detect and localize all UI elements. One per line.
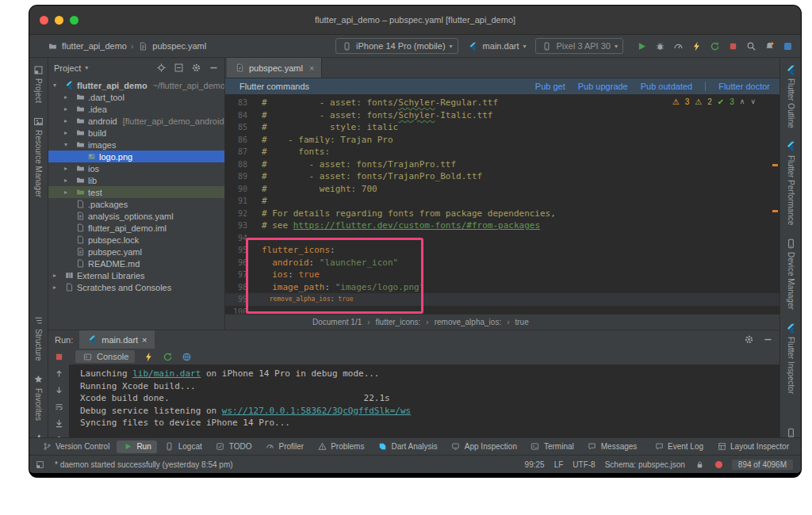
flutter-performance-stripe[interactable]: Flutter Performance xyxy=(785,141,796,225)
scrollbar-warning-mark[interactable] xyxy=(772,164,778,166)
tree-item[interactable]: .packages xyxy=(48,198,224,210)
hide-run-panel-button[interactable] xyxy=(762,334,773,345)
chevron-down-icon[interactable]: ▾ xyxy=(64,141,72,148)
next-problem-button[interactable]: ∨ xyxy=(750,96,756,109)
tree-item[interactable]: ▸lib xyxy=(48,174,224,186)
run-button[interactable] xyxy=(636,40,647,52)
version-control-tab[interactable]: Version Control xyxy=(36,441,115,453)
previous-problem-button[interactable]: ∧ xyxy=(740,96,745,109)
breadcrumb-project[interactable]: flutter_api_demo xyxy=(62,41,127,51)
tree-item[interactable]: ▸.dart_tool xyxy=(48,91,224,103)
flutter-inspector-stripe[interactable]: Flutter Inspector xyxy=(785,322,796,394)
code-line[interactable]: 93# see https://flutter.dev/custom-fonts… xyxy=(225,219,779,232)
code-line[interactable]: 90# weight: 700 xyxy=(225,183,779,196)
code-line[interactable]: 84# - asset: fonts/Schyler-Italic.ttf xyxy=(225,109,779,122)
stop-button[interactable] xyxy=(53,351,64,362)
flutter-hot-restart-button[interactable] xyxy=(162,351,173,362)
search-everywhere-button[interactable] xyxy=(745,40,756,52)
code-line[interactable]: 87# fonts: xyxy=(225,146,779,158)
banner-link-flutter-doctor[interactable]: Flutter doctor xyxy=(718,82,770,91)
problems-tab[interactable]: Problems xyxy=(311,441,370,453)
caret-position[interactable]: 99:25 xyxy=(525,460,545,469)
hide-panel-button[interactable] xyxy=(208,63,219,74)
console-tab[interactable]: Console xyxy=(75,350,135,363)
tab-pubspec-yaml[interactable]: pubspec.yaml × xyxy=(227,58,322,78)
device-manager-stripe[interactable]: Device Manager xyxy=(785,238,796,310)
scrollbar-warning-mark[interactable] xyxy=(772,210,778,212)
code-area[interactable]: 83# - asset: fonts/Schyler-Regular.ttf84… xyxy=(225,94,779,314)
tree-item[interactable]: flutter_api_demo.iml xyxy=(48,222,224,234)
chevron-right-icon[interactable]: ▸ xyxy=(53,284,61,291)
structure-stripe[interactable]: Structure xyxy=(33,315,44,361)
breadcrumb-file[interactable]: pubspec.yaml xyxy=(152,41,206,51)
close-tab-icon[interactable]: × xyxy=(142,335,147,345)
code-line[interactable]: 88# - asset: fonts/TrajanPro.ttf xyxy=(225,158,779,171)
tree-item[interactable]: logo.png xyxy=(48,151,224,162)
code-line[interactable]: 94 xyxy=(225,232,779,245)
android-device-selector[interactable]: Pixel 3 API 30 ▾ xyxy=(535,38,623,54)
console-link[interactable]: lib/main.dart xyxy=(132,368,201,379)
code-line[interactable]: 91# xyxy=(225,195,779,208)
favorites-stripe[interactable]: Favorites xyxy=(33,374,44,421)
todo-tab[interactable]: TODO xyxy=(209,441,258,453)
dart-analysis-tab[interactable]: Dart Analysis xyxy=(371,441,442,453)
tree-item[interactable]: ▸Scratches and Consoles xyxy=(48,281,224,293)
notifications-button[interactable] xyxy=(764,40,775,52)
chevron-right-icon[interactable]: ▸ xyxy=(64,177,72,184)
soft-wrap-button[interactable] xyxy=(53,401,64,412)
inspections-widget[interactable]: ⚠ 3 ⚠ 2 ✔ 3 ∧ ∨ xyxy=(672,96,756,109)
project-stripe[interactable]: Project xyxy=(33,64,44,103)
profiler-tab[interactable]: Profiler xyxy=(259,441,309,453)
tree-item[interactable]: ▾images xyxy=(48,139,224,151)
console-link[interactable]: ws://127.0.0.1:58362/3QcQgffdSlk=/ws xyxy=(222,406,411,416)
run-tab[interactable]: Run xyxy=(117,441,156,453)
breadcrumb-segment[interactable]: flutter_icons: xyxy=(376,318,421,326)
banner-link-pub-get[interactable]: Pub get xyxy=(535,82,565,91)
analysis-error-icon[interactable] xyxy=(715,461,722,468)
chevron-down-icon[interactable]: ▾ xyxy=(53,82,61,89)
line-ending-indicator[interactable]: LF xyxy=(554,460,564,469)
ide-features-button[interactable] xyxy=(782,40,793,52)
tree-item[interactable]: pubspec.yaml xyxy=(48,246,224,258)
terminal-tab[interactable]: Terminal xyxy=(524,441,580,453)
resource-manager-stripe[interactable]: Resource Manager xyxy=(33,116,44,197)
debug-button[interactable] xyxy=(654,40,665,52)
tree-item[interactable]: ▸ios xyxy=(48,162,224,174)
code-line[interactable]: 86# - family: Trajan Pro xyxy=(225,134,779,147)
down-stack-trace-button[interactable] xyxy=(53,384,64,395)
tree-item[interactable]: pubspec.lock xyxy=(48,234,224,246)
lock-icon[interactable] xyxy=(695,459,706,470)
breadcrumb-segment[interactable]: Document 1/1 xyxy=(312,318,362,326)
chevron-right-icon[interactable]: ▸ xyxy=(64,189,72,196)
code-line[interactable]: 97 ios: true xyxy=(225,269,779,281)
tool-window-switcher-icon[interactable] xyxy=(34,459,45,470)
tree-item[interactable]: ▸External Libraries xyxy=(48,269,224,281)
profile-button[interactable] xyxy=(672,40,684,52)
chevron-right-icon[interactable]: ▸ xyxy=(64,165,72,172)
console-output[interactable]: Launching lib/main.dart on iPhone 14 Pro… xyxy=(69,364,779,437)
logcat-tab[interactable]: Logcat xyxy=(159,441,208,453)
device-selector[interactable]: iPhone 14 Pro (mobile) ▾ xyxy=(335,38,458,54)
event-log-tab[interactable]: Event Log xyxy=(648,441,709,453)
title-bar[interactable]: flutter_api_demo – pubspec.yaml [flutter… xyxy=(29,6,801,35)
flutter-outline-stripe[interactable]: Flutter Outline xyxy=(785,64,796,128)
run-settings-button[interactable] xyxy=(743,334,754,345)
tree-item[interactable]: ▸android[flutter_api_demo_android] xyxy=(48,115,224,127)
layout-inspector-tab[interactable]: Layout Inspector xyxy=(710,441,795,453)
run-config-selector[interactable]: main.dart ▾ xyxy=(463,39,531,53)
app-inspection-tab[interactable]: App Inspection xyxy=(445,441,523,453)
chevron-right-icon[interactable]: ▸ xyxy=(64,117,72,124)
chevron-right-icon[interactable]: ▸ xyxy=(64,93,72,101)
code-line[interactable]: 98 image_path: "images/logo.png" xyxy=(225,281,779,294)
status-message[interactable]: * daemon started successfully (yesterday… xyxy=(55,460,233,469)
chevron-right-icon[interactable]: ▸ xyxy=(53,272,61,279)
project-panel-title[interactable]: Project xyxy=(54,63,81,73)
code-line[interactable]: 92# For details regarding fonts from pac… xyxy=(225,208,779,220)
code-line[interactable]: 95flutter_icons: xyxy=(225,244,779,257)
tree-item[interactable]: ▸.idea xyxy=(48,103,224,115)
memory-indicator[interactable]: 894 of 4096M xyxy=(732,460,793,470)
code-line[interactable]: 100 xyxy=(225,306,779,315)
run-tab-main-dart[interactable]: main.dart × xyxy=(79,330,154,349)
tree-item[interactable]: ▸build xyxy=(48,127,224,139)
tree-item[interactable]: README.md xyxy=(48,258,224,269)
